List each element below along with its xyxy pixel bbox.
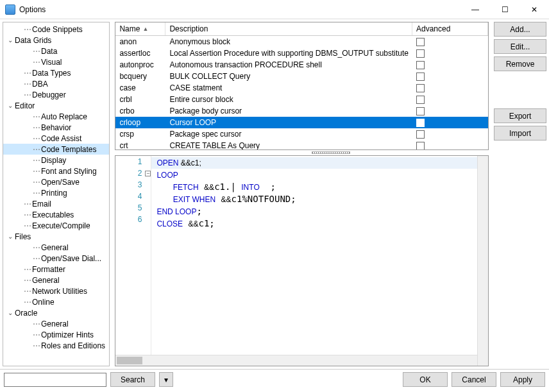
tree-item-code-assist[interactable]: ⋯Code Assist [3,133,109,144]
code-editor[interactable]: 1 2− 3 4 5 6 OPEN &&c1;LOOP FETCH &&c1.|… [115,155,489,366]
templates-grid[interactable]: Name▲ Description Advanced anonAnonymous… [115,22,489,150]
column-name[interactable]: Name▲ [115,22,165,35]
fold-icon[interactable]: − [145,171,151,176]
tree-item-oracle[interactable]: ⌄Oracle [3,307,109,318]
search-dropdown[interactable]: ▾ [159,372,173,387]
tree-item-code-templates[interactable]: ⋯Code Templates [3,144,109,155]
table-row[interactable]: autonprocAutonomous transaction PROCEDUR… [115,59,488,71]
table-row[interactable]: anonAnonymous block [115,36,488,47]
options-tree[interactable]: ⋯Code Snippets⌄Data Grids⋯Data⋯Visual⋯Da… [3,22,110,366]
tree-item-behavior[interactable]: ⋯Behavior [3,122,109,133]
tree-item-label: Optimizer Hints [41,330,94,339]
tree-item-general[interactable]: ⋯General [3,318,109,329]
maximize-button[interactable]: ☐ [490,0,519,19]
tree-item-font-and-styling[interactable]: ⋯Font and Styling [3,166,109,176]
cell-advanced [412,130,488,139]
grid-header: Name▲ Description Advanced [115,22,488,36]
tree-item-formatter[interactable]: ⋯Formatter [3,264,109,275]
advanced-checkbox[interactable] [416,142,425,150]
advanced-checkbox[interactable] [416,107,425,115]
table-row[interactable]: crspPackage spec cursor [115,128,488,140]
edit-button[interactable]: Edit... [494,39,546,54]
minimize-button[interactable]: — [460,0,490,19]
export-button[interactable]: Export [494,108,546,123]
ok-button[interactable]: OK [403,372,448,387]
tree-item-label: Online [32,298,55,307]
advanced-checkbox[interactable] [416,61,425,69]
tree-item-email[interactable]: ⋯Email [3,198,109,209]
tree-item-files[interactable]: ⌄Files [3,231,109,242]
advanced-checkbox[interactable] [416,72,425,81]
tree-item-label: Network Utilities [32,287,87,296]
cell-advanced [412,84,488,92]
tree-item-auto-replace[interactable]: ⋯Auto Replace [3,111,109,122]
table-row[interactable]: crtCREATE TABLE As Query [115,140,488,149]
tree-item-optimizer-hints[interactable]: ⋯Optimizer Hints [3,329,109,340]
tree-item-label: Open/Save [41,178,80,187]
tree-item-label: Data Grids [15,36,51,45]
tree-item-roles-and-editions[interactable]: ⋯Roles and Editions [3,340,109,351]
advanced-checkbox[interactable] [416,49,425,58]
tree-item-printing[interactable]: ⋯Printing [3,187,109,198]
cancel-button[interactable]: Cancel [452,372,496,387]
cell-description: Local Assertion Procedure with supportin… [165,49,412,58]
table-row[interactable]: crloopCursor LOOP [115,117,488,128]
advanced-checkbox[interactable] [416,119,425,127]
tree-item-executables[interactable]: ⋯Executables [3,209,109,220]
tree-item-data[interactable]: ⋯Data [3,46,109,56]
search-button[interactable]: Search [110,372,155,387]
tree-item-debugger[interactable]: ⋯Debugger [3,89,109,100]
column-advanced[interactable]: Advanced [412,22,488,35]
horizontal-splitter[interactable] [115,150,546,155]
tree-item-display[interactable]: ⋯Display [3,155,109,166]
tree-item-open-save[interactable]: ⋯Open/Save [3,176,109,187]
editor-horizontal-scrollbar[interactable] [115,355,477,366]
tree-item-label: General [32,276,60,285]
search-input[interactable] [4,373,106,387]
table-row[interactable]: crblEntire cursor block [115,94,488,105]
tree-item-data-grids[interactable]: ⌄Data Grids [3,35,109,46]
cell-description: BULK COLLECT Query [165,72,412,81]
cell-advanced [412,72,488,81]
tree-item-dba[interactable]: ⋯DBA [3,78,109,89]
cell-name: crt [115,141,165,149]
tree-item-label: Code Templates [41,145,97,154]
tree-item-general[interactable]: ⋯General [3,275,109,285]
advanced-checkbox[interactable] [416,96,425,104]
editor-content[interactable]: OPEN &&c1;LOOP FETCH &&c1.| INTO ; EXIT … [151,156,477,366]
app-icon [5,4,15,15]
tree-item-label: Roles and Editions [41,341,105,350]
tree-item-general[interactable]: ⋯General [3,242,109,253]
cell-name: assertloc [115,49,165,58]
import-button[interactable]: Import [494,126,546,141]
advanced-checkbox[interactable] [416,130,425,139]
tree-item-code-snippets[interactable]: ⋯Code Snippets [3,24,109,35]
cell-advanced [412,38,488,46]
table-row[interactable]: assertlocLocal Assertion Procedure with … [115,47,488,59]
tree-item-editor[interactable]: ⌄Editor [3,100,109,111]
tree-item-execute-compile[interactable]: ⋯Execute/Compile [3,220,109,231]
tree-item-open-save-dial-[interactable]: ⋯Open/Save Dial... [3,253,109,264]
tree-item-label: Files [15,232,31,241]
table-row[interactable]: caseCASE statment [115,82,488,94]
cell-advanced [412,49,488,58]
table-row[interactable]: bcqueryBULK COLLECT Query [115,71,488,82]
close-button[interactable]: ✕ [519,0,549,19]
editor-vertical-scrollbar[interactable] [477,156,488,366]
tree-item-label: Open/Save Dial... [41,254,101,263]
remove-button[interactable]: Remove [494,56,546,71]
apply-button[interactable]: Apply [500,372,545,387]
table-row[interactable]: crboPackage body cursor [115,105,488,117]
cell-advanced [412,142,488,150]
column-description[interactable]: Description [165,22,412,35]
add-button[interactable]: Add... [494,22,546,37]
tree-item-label: Data Types [32,69,71,78]
tree-item-label: Data [41,47,57,56]
advanced-checkbox[interactable] [416,84,425,92]
tree-item-online[interactable]: ⋯Online [3,296,109,307]
cell-description: Cursor LOOP [165,118,412,127]
tree-item-data-types[interactable]: ⋯Data Types [3,67,109,78]
advanced-checkbox[interactable] [416,38,425,46]
tree-item-visual[interactable]: ⋯Visual [3,56,109,67]
tree-item-network-utilities[interactable]: ⋯Network Utilities [3,285,109,296]
